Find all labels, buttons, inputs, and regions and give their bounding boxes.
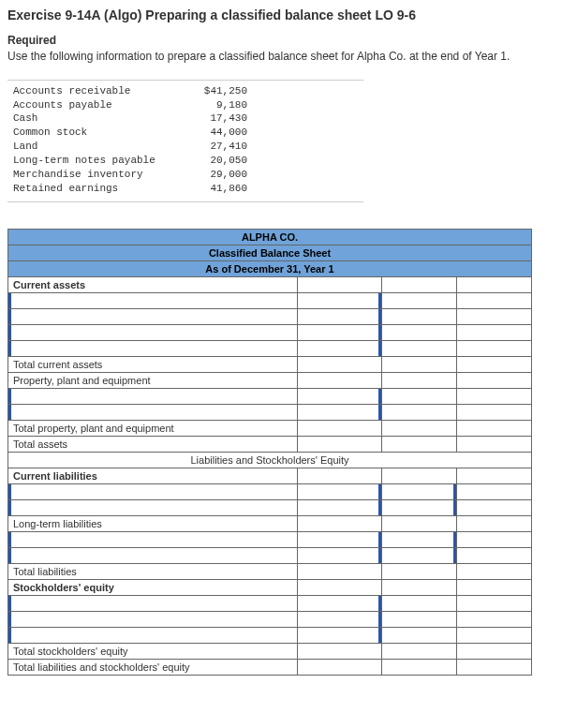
- cell-blank: [382, 659, 457, 675]
- table-row: [8, 483, 532, 499]
- liability-line-input[interactable]: [8, 483, 298, 499]
- as-of-header: As of December 31, Year 1: [8, 260, 532, 276]
- amount-input[interactable]: [298, 404, 382, 420]
- asset-line-input[interactable]: [8, 292, 298, 308]
- instructions-text: Use the following information to prepare…: [7, 49, 555, 65]
- table-row: As of December 31, Year 1: [8, 260, 532, 276]
- cell-blank: [382, 579, 457, 595]
- amount-input[interactable]: [382, 483, 457, 499]
- current-assets-label: Current assets: [8, 276, 298, 292]
- amount-input[interactable]: [298, 340, 382, 356]
- amount-input[interactable]: [298, 308, 382, 324]
- cell-blank: [298, 579, 382, 595]
- table-row: Total assets: [8, 436, 532, 452]
- amount-input[interactable]: [382, 547, 457, 563]
- data-row: Common stock 44,000: [13, 126, 358, 140]
- cell-blank: [298, 515, 382, 531]
- table-row: [8, 308, 532, 324]
- exercise-title: Exercise 9-14A (Algo) Preparing a classi…: [7, 7, 555, 22]
- cell-blank: [382, 643, 457, 659]
- table-row: Current liabilities: [8, 468, 532, 483]
- table-row: [8, 547, 532, 563]
- table-row: [8, 388, 532, 404]
- total-liab-and-equity-label: Total liabilities and stockholders' equi…: [8, 659, 298, 675]
- amount-input[interactable]: [298, 531, 382, 547]
- data-value: 27,410: [182, 140, 247, 154]
- cell-blank: [457, 388, 532, 404]
- liab-equity-header: Liabilities and Stockholders' Equity: [8, 452, 532, 468]
- cell-blank: [457, 324, 532, 340]
- cell-blank: [382, 308, 457, 324]
- table-row: ALPHA CO.: [8, 229, 532, 245]
- table-row: [8, 292, 532, 308]
- equity-line-input[interactable]: [8, 595, 298, 611]
- amount-input[interactable]: [298, 324, 382, 340]
- amount-input[interactable]: [298, 292, 382, 308]
- table-row: Total property, plant and equipment: [8, 420, 532, 436]
- cell-blank: [457, 308, 532, 324]
- cell-blank: [457, 276, 532, 292]
- liability-line-input[interactable]: [8, 499, 298, 515]
- balance-sheet-table: ALPHA CO. Classified Balance Sheet As of…: [7, 229, 532, 676]
- data-label: Retained earnings: [13, 182, 182, 196]
- data-value: 17,430: [182, 111, 247, 126]
- amount-input[interactable]: [298, 388, 382, 404]
- cell-blank: [298, 372, 382, 388]
- data-label: Merchandise inventory: [13, 168, 182, 182]
- equity-line-input[interactable]: [8, 611, 298, 627]
- data-value: 9,180: [182, 98, 247, 112]
- data-row: Retained earnings 41,860: [13, 182, 358, 196]
- liability-line-input[interactable]: [8, 547, 298, 563]
- cell-blank: [382, 388, 457, 404]
- cell-blank: [457, 499, 532, 515]
- table-row: Liabilities and Stockholders' Equity: [8, 452, 532, 468]
- data-label: Land: [13, 140, 182, 154]
- total-stockholders-equity-label: Total stockholders' equity: [8, 643, 298, 659]
- amount-input[interactable]: [298, 499, 382, 515]
- table-row: Classified Balance Sheet: [8, 245, 532, 260]
- amount-calc: [457, 436, 532, 452]
- table-row: Stockholders' equity: [8, 579, 532, 595]
- data-label: Common stock: [13, 126, 182, 140]
- cell-blank: [457, 372, 532, 388]
- equity-line-input[interactable]: [8, 627, 298, 643]
- cell-blank: [298, 420, 382, 436]
- cell-blank: [382, 292, 457, 308]
- table-row: [8, 499, 532, 515]
- data-row: Accounts receivable $41,250: [13, 84, 358, 98]
- asset-line-input[interactable]: [8, 324, 298, 340]
- amount-input[interactable]: [298, 627, 382, 643]
- table-row: [8, 627, 532, 643]
- data-row: Accounts payable 9,180: [13, 98, 358, 112]
- cell-blank: [298, 356, 382, 372]
- table-row: Total liabilities: [8, 563, 532, 579]
- cell-blank: [382, 468, 457, 483]
- cell-blank: [457, 404, 532, 420]
- cell-blank: [457, 420, 532, 436]
- liability-line-input[interactable]: [8, 531, 298, 547]
- cell-blank: [382, 563, 457, 579]
- cell-blank: [457, 547, 532, 563]
- cell-blank: [298, 563, 382, 579]
- amount-input[interactable]: [298, 595, 382, 611]
- required-label: Required: [7, 34, 555, 47]
- amount-input[interactable]: [298, 547, 382, 563]
- stockholders-equity-label: Stockholders' equity: [8, 579, 298, 595]
- amount-input[interactable]: [298, 483, 382, 499]
- data-value: 20,050: [182, 154, 247, 168]
- table-row: [8, 531, 532, 547]
- data-label: Long-term notes payable: [13, 154, 182, 168]
- ppe-line-input[interactable]: [8, 404, 298, 420]
- total-liabilities-label: Total liabilities: [8, 563, 298, 579]
- asset-line-input[interactable]: [8, 308, 298, 324]
- total-assets-label: Total assets: [8, 436, 298, 452]
- table-row: [8, 595, 532, 611]
- asset-line-input[interactable]: [8, 340, 298, 356]
- total-ppe-label: Total property, plant and equipment: [8, 420, 298, 436]
- cell-blank: [457, 340, 532, 356]
- sheet-title-header: Classified Balance Sheet: [8, 245, 532, 260]
- amount-input[interactable]: [298, 611, 382, 627]
- ppe-line-input[interactable]: [8, 388, 298, 404]
- amount-input[interactable]: [382, 499, 457, 515]
- amount-input[interactable]: [382, 531, 457, 547]
